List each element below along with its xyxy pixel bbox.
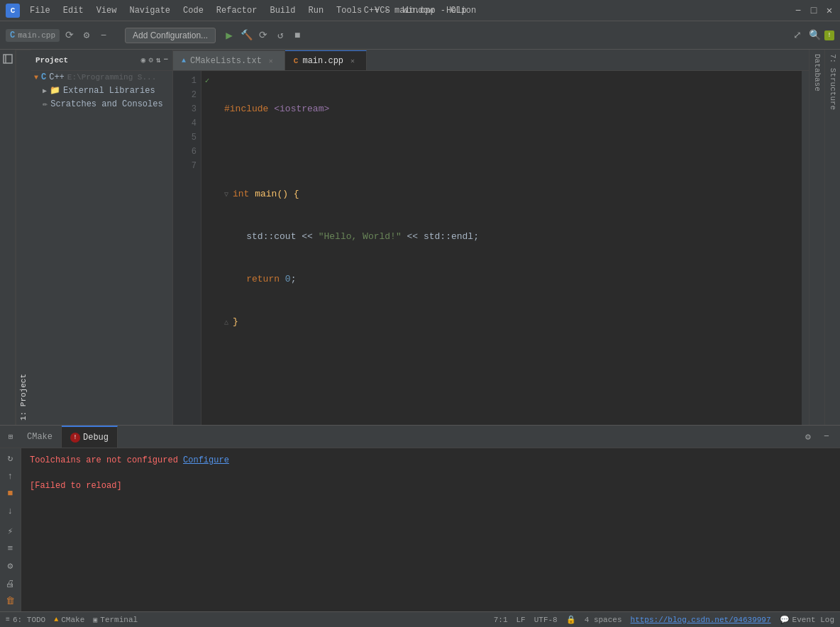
gutter-line4 — [201, 116, 213, 131]
bottom-gear-icon[interactable]: ⚙ — [3, 559, 18, 574]
toolbar-settings-icon[interactable]: ⚙ — [79, 28, 94, 43]
structure-vtab-area: 7: Structure — [824, 50, 840, 425]
bottom-panel-content: ↻ ↑ ■ ↓ ⚡ ≡ ⚙ 🖨 🗑 Toolchains are not con… — [0, 448, 840, 611]
gutter-line5 — [201, 131, 213, 145]
code-line-7 — [224, 357, 802, 372]
menu-run[interactable]: Run — [302, 4, 329, 17]
bottom-left-tools: ↻ ↑ ■ ↓ ⚡ ≡ ⚙ 🖨 🗑 — [0, 448, 21, 611]
terminal-label: Terminal — [100, 616, 138, 624]
gutter-line6 — [201, 145, 213, 159]
toolbar-right: ⤢ 🔍 ! — [790, 28, 834, 43]
output-line-3: [Failed to reload] — [30, 479, 831, 492]
status-event-log[interactable]: 💬 Event Log — [780, 615, 834, 624]
panel-scope-icon[interactable]: ◉ — [141, 55, 146, 65]
line-numbers: 1 2 3 4 5 6 7 — [173, 71, 201, 425]
menu-refactor[interactable]: Refactor — [211, 4, 263, 17]
project-vtab[interactable]: 1: Project — [16, 50, 31, 425]
toolbar-search-icon[interactable]: 🔍 — [807, 28, 822, 43]
bottom-down-icon[interactable]: ↓ — [3, 504, 18, 518]
bottom-refresh-icon[interactable]: ↻ — [3, 451, 18, 466]
toolbar-filename: main.cpp — [18, 31, 55, 40]
bottom-filter-icon[interactable]: ⚡ — [3, 524, 18, 539]
database-vtab[interactable]: Database — [810, 50, 824, 96]
project-vtab-area: 1: Project — [16, 50, 31, 425]
menu-edit[interactable]: Edit — [57, 4, 89, 17]
event-log-label: Event Log — [792, 616, 834, 624]
run-configuration-button[interactable]: Add Configuration... — [125, 28, 216, 43]
bottom-panel-controls: ⚙ − — [800, 429, 840, 445]
code-line-6: △} — [224, 315, 802, 329]
tree-item-scratches[interactable]: ✏ Scratches and Consoles — [31, 97, 172, 111]
tab-maincpp[interactable]: C main.cpp ✕ — [285, 50, 367, 70]
status-terminal[interactable]: ▣ Terminal — [93, 616, 138, 624]
panel-expand-icon[interactable]: ⇅ — [156, 55, 161, 65]
code-line-5: return 0; — [224, 272, 802, 287]
bottom-panel-tabs: ⊞ CMake ! Debug ⚙ − — [0, 425, 840, 448]
status-url[interactable]: https://blog.csdn.net/94639997 — [631, 616, 771, 624]
tree-item-external[interactable]: ▶ 📁 External Libraries — [31, 84, 172, 97]
toolbar-sync-icon[interactable]: ⟳ — [62, 28, 77, 43]
status-bar: ≡ 6: TODO ▲ CMake ▣ Terminal 7:1 LF UTF-… — [0, 611, 840, 627]
code-content[interactable]: #include <iostream> ▽int main() { std::c… — [213, 71, 802, 425]
bottom-print-icon[interactable]: 🖨 — [3, 577, 18, 592]
minimize-button[interactable]: − — [793, 6, 803, 16]
code-editor: 1 2 3 4 5 6 7 ✓ — [173, 71, 809, 425]
menu-navigate[interactable]: Navigate — [123, 4, 176, 17]
cpp-tab-close[interactable]: ✕ — [348, 56, 358, 66]
tree-item-root[interactable]: ▼ C C++ E:\Programming S... — [31, 71, 172, 84]
bottom-up-icon[interactable]: ↑ — [3, 469, 18, 484]
toolbar-expand-icon[interactable]: ⤢ — [790, 28, 805, 43]
build-button[interactable]: 🔨 — [238, 28, 254, 43]
close-button[interactable]: ✕ — [824, 6, 834, 16]
bottom-wrap-icon[interactable]: ≡ — [3, 541, 18, 556]
toolbar: C main.cpp ⟳ ⚙ − Add Configuration... ▶ … — [0, 21, 840, 50]
bottom-tab-cmake[interactable]: CMake — [18, 426, 62, 448]
status-position: 7:1 — [494, 616, 508, 624]
cmake-tab-label: CMake — [27, 432, 52, 442]
tab-bar: ▲ CMakeLists.txt ✕ C main.cpp ✕ — [173, 50, 809, 71]
status-cmake[interactable]: ▲ CMake — [54, 616, 84, 624]
bottom-stop-icon[interactable]: ■ — [3, 486, 18, 501]
build-project-button[interactable]: ⟳ — [255, 28, 271, 43]
bottom-tabs-expand[interactable]: ⊞ — [3, 426, 18, 448]
configure-link[interactable]: Configure — [183, 455, 229, 465]
editor-scrollbar[interactable] — [802, 71, 809, 425]
menu-build[interactable]: Build — [264, 4, 301, 17]
left-panel-tabs — [0, 50, 16, 425]
bottom-delete-icon[interactable]: 🗑 — [3, 594, 18, 609]
bottom-settings-icon[interactable]: ⚙ — [800, 429, 816, 445]
reload-button[interactable]: ↺ — [272, 28, 288, 43]
tree-external-label: External Libraries — [63, 86, 155, 96]
stop-button[interactable]: ■ — [289, 28, 305, 43]
toolbar-collapse-icon[interactable]: − — [96, 28, 111, 43]
panel-hide-icon[interactable]: − — [163, 55, 168, 65]
tab-cmakelists[interactable]: ▲ CMakeLists.txt ✕ — [173, 50, 285, 70]
status-todo[interactable]: ≡ 6: TODO — [6, 616, 45, 624]
toolchain-error-text: Toolchains are not configured — [30, 455, 183, 465]
cmake-status-label: CMake — [61, 616, 84, 624]
maximize-button[interactable]: □ — [809, 6, 819, 16]
debug-tab-label: Debug — [83, 433, 109, 443]
cmake-tab-close[interactable]: ✕ — [266, 56, 276, 66]
structure-vtab[interactable]: 7: Structure — [824, 50, 840, 425]
code-line-2 — [224, 145, 802, 159]
code-line-1: #include <iostream> — [224, 102, 802, 116]
run-button[interactable]: ▶ — [221, 28, 237, 43]
cpp-tab-label: main.cpp — [302, 56, 343, 66]
bottom-hide-icon[interactable]: − — [819, 429, 834, 445]
title-text: C++ - main.cpp - CLion — [364, 6, 476, 16]
project-panel-icon[interactable] — [1, 52, 14, 65]
panel-gear-icon[interactable]: ⚙ — [148, 55, 153, 65]
toolbar-cpp-icon: C — [10, 30, 15, 40]
menu-view[interactable]: View — [91, 4, 123, 17]
code-line-4: std::cout << "Hello, World!" << std::end… — [224, 230, 802, 244]
bottom-tab-debug[interactable]: ! Debug — [62, 426, 118, 448]
menu-code[interactable]: Code — [177, 4, 209, 17]
menu-file[interactable]: File — [24, 4, 56, 17]
gutter-line7 — [201, 159, 213, 173]
project-panel-header: Project ◉ ⚙ ⇅ − — [31, 50, 172, 71]
menu-tools[interactable]: Tools — [331, 4, 368, 17]
debug-output: Toolchains are not configured Configure … — [21, 448, 840, 611]
cpp-tab-icon: C — [294, 57, 299, 65]
status-bar-right: 7:1 LF UTF-8 🔒 4 spaces https://blog.csd… — [494, 615, 834, 624]
